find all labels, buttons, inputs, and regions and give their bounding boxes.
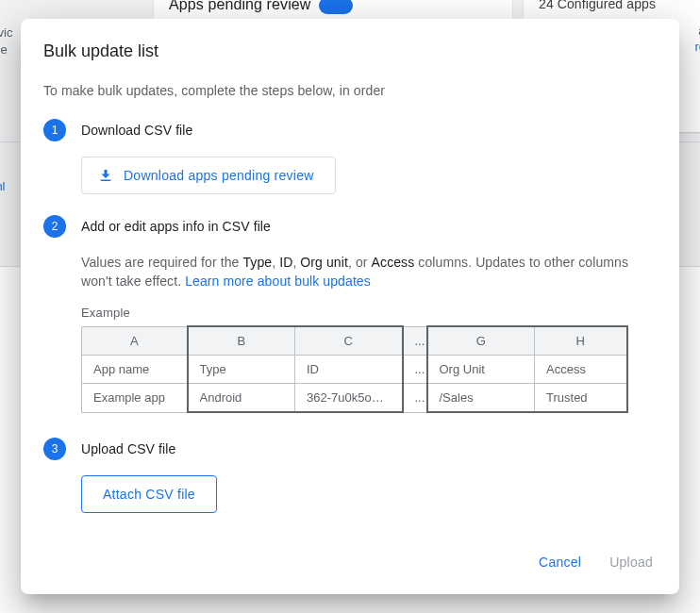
desc-pre: Values are required for the bbox=[81, 255, 242, 270]
step-2-description: Values are required for the Type, ID, Or… bbox=[81, 253, 657, 290]
step-2: 2 Add or edit apps info in CSV file Valu… bbox=[43, 215, 657, 413]
attach-csv-button[interactable]: Attach CSV file bbox=[81, 475, 217, 513]
bg-card2-title: 24 Configured apps bbox=[524, 0, 700, 11]
header-b: B bbox=[188, 326, 295, 356]
attach-button-label: Attach CSV file bbox=[103, 487, 195, 502]
header-g: G bbox=[427, 326, 535, 356]
cell-c2: 362-7u0k5odv... bbox=[295, 384, 403, 413]
cell-b1: Type bbox=[188, 356, 295, 384]
bg-link-left: wnl bbox=[0, 179, 6, 193]
cell-g1: Org Unit bbox=[427, 356, 535, 384]
header-ellipsis: ... bbox=[403, 326, 427, 356]
header-h: H bbox=[535, 326, 627, 356]
step-1: 1 Download CSV file Download apps pendin… bbox=[43, 119, 657, 194]
step-2-title: Add or edit apps info in CSV file bbox=[81, 215, 657, 238]
bg-text-left: ervic que bbox=[0, 25, 12, 58]
download-button-label: Download apps pending review bbox=[124, 168, 314, 183]
table-header-row: A B C ... G H bbox=[82, 326, 627, 356]
upload-button[interactable]: Upload bbox=[606, 547, 657, 577]
cell-d1: ... bbox=[403, 356, 427, 384]
dialog-body: Bulk update list To make bulk updates, c… bbox=[21, 19, 679, 547]
cell-c1: ID bbox=[295, 356, 403, 384]
bold-access: Access bbox=[372, 255, 415, 270]
dialog-title: Bulk update list bbox=[43, 41, 657, 61]
download-csv-button[interactable]: Download apps pending review bbox=[81, 157, 336, 194]
step-3: 3 Upload CSV file Attach CSV file bbox=[43, 438, 657, 513]
sep3: , or bbox=[348, 255, 372, 270]
bold-type: Type bbox=[242, 255, 272, 270]
bold-id: ID bbox=[279, 255, 292, 270]
example-label: Example bbox=[81, 306, 657, 320]
badge-new bbox=[319, 0, 353, 14]
cell-g2: /Sales bbox=[427, 384, 535, 413]
download-icon bbox=[97, 167, 114, 184]
example-table: A B C ... G H App name Type ID bbox=[81, 325, 628, 413]
step-3-title: Upload CSV file bbox=[81, 438, 657, 460]
dialog-actions: Cancel Upload bbox=[21, 547, 679, 594]
cell-d2: ... bbox=[403, 384, 427, 413]
step-number-3: 3 bbox=[43, 438, 66, 460]
cell-b2: Android bbox=[188, 384, 295, 413]
cell-h2: Trusted bbox=[535, 384, 627, 413]
header-c: C bbox=[295, 326, 403, 356]
bold-orgunit: Org unit bbox=[300, 255, 348, 270]
table-row: Example app Android 362-7u0k5odv... ... … bbox=[82, 384, 627, 413]
sep1: , bbox=[272, 255, 279, 270]
step-1-title: Download CSV file bbox=[81, 119, 657, 141]
bg-card1-title: Apps pending review bbox=[169, 0, 310, 12]
table-row: App name Type ID ... Org Unit Access bbox=[82, 356, 627, 384]
cell-h1: Access bbox=[535, 356, 627, 384]
step-number-2: 2 bbox=[43, 215, 66, 238]
learn-more-link[interactable]: Learn more about bulk updates bbox=[185, 273, 371, 289]
bg-text-right-more: re bbox=[694, 40, 700, 54]
dialog-intro: To make bulk updates, complete the steps… bbox=[43, 83, 657, 98]
cell-a2: Example app bbox=[82, 384, 188, 413]
step-number-1: 1 bbox=[43, 119, 66, 141]
bulk-update-dialog: Bulk update list To make bulk updates, c… bbox=[21, 19, 679, 594]
cell-a1: App name bbox=[82, 356, 188, 384]
header-a: A bbox=[82, 326, 188, 356]
cancel-button[interactable]: Cancel bbox=[535, 547, 585, 577]
